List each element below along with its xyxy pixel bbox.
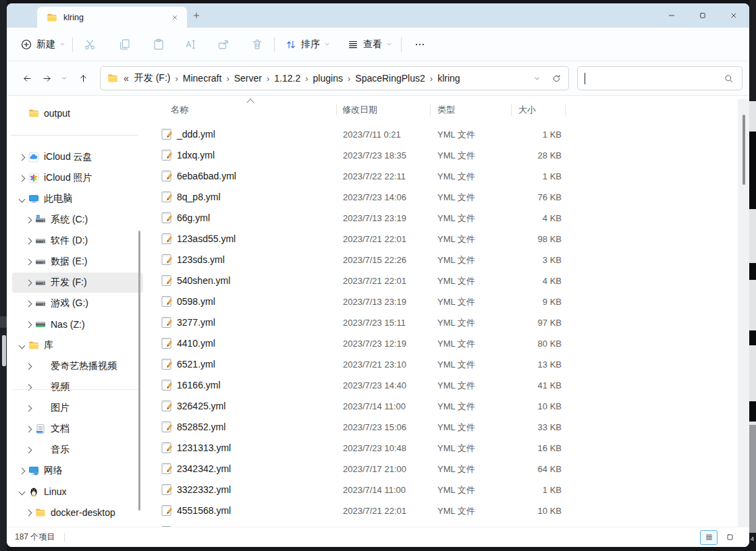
delete-button[interactable] [244, 33, 271, 56]
large-icons-view-toggle[interactable] [721, 530, 738, 545]
file-row[interactable]: 326425.yml 2023/7/14 11:00 YML 文件 10 KB [155, 396, 572, 417]
breadcrumb[interactable]: « 开发 (F:) › Minecraft › Server › 1.12.2 … [100, 66, 569, 90]
column-header-size[interactable]: 大小 [518, 104, 536, 116]
new-tab-button[interactable] [188, 7, 205, 24]
recent-locations-button[interactable] [57, 67, 72, 89]
file-row[interactable]: 852852.yml 2023/7/23 15:06 YML 文件 33 KB [155, 417, 572, 438]
copy-button[interactable] [111, 33, 138, 56]
sidebar-item-drive-c[interactable]: 系统 (C:) [12, 210, 143, 230]
breadcrumb-segment[interactable]: klring [433, 73, 464, 84]
expander-chevron-icon[interactable] [23, 239, 34, 243]
sidebar-item-drive-f[interactable]: 开发 (F:) [12, 272, 143, 293]
file-row[interactable]: _ddd.yml 2023/7/11 0:21 YML 文件 1 KB [155, 124, 572, 145]
file-row[interactable]: 2342342.yml 2023/7/17 21:00 YML 文件 64 KB [155, 459, 572, 480]
sidebar-item-this-pc[interactable]: 此电脑 [12, 189, 143, 209]
sidebar-item-icloud-photos[interactable]: iCloud 照片 [12, 168, 143, 188]
column-divider[interactable] [511, 104, 512, 116]
sidebar-item-linux[interactable]: Linux [12, 482, 143, 502]
column-divider[interactable] [430, 104, 431, 116]
file-row[interactable]: 8q_p8.yml 2023/7/23 14:06 YML 文件 76 KB [155, 187, 572, 208]
file-row[interactable]: 123asd55.yml 2023/7/21 22:01 YML 文件 98 K… [155, 229, 572, 250]
share-button[interactable] [210, 33, 237, 56]
refresh-icon[interactable] [551, 74, 562, 84]
file-row[interactable]: 0598.yml 2023/7/13 23:19 YML 文件 9 KB [155, 291, 572, 312]
expander-chevron-icon[interactable] [23, 281, 34, 285]
sidebar-item-iqiyi-hot-videos[interactable]: 爱奇艺热播视频 [12, 356, 143, 376]
back-button[interactable] [16, 67, 38, 89]
sidebar-item-output[interactable]: output [12, 103, 143, 123]
file-row[interactable]: 540shen.yml 2023/7/21 22:01 YML 文件 4 KB [155, 270, 572, 291]
expander-chevron-icon[interactable] [23, 448, 34, 453]
breadcrumb-segment[interactable]: plugins [309, 73, 347, 84]
expander-chevron-icon[interactable] [16, 343, 27, 348]
file-row[interactable]: 1231313.yml 2023/7/23 10:48 YML 文件 16 KB [155, 438, 572, 459]
sidebar-item-drive-z[interactable]: Nas (Z:) [12, 314, 143, 335]
tab-close-icon[interactable] [168, 11, 182, 24]
breadcrumb-overflow[interactable]: « [124, 73, 129, 84]
sidebar-item-network[interactable]: 网络 [12, 461, 143, 481]
sidebar-item-documents[interactable]: 文档 [12, 419, 143, 439]
expander-chevron-icon[interactable] [23, 511, 34, 515]
sidebar-item-drive-d[interactable]: 软件 (D:) [12, 231, 143, 251]
sort-button[interactable]: 排序 [279, 33, 335, 56]
forward-button[interactable] [36, 67, 57, 89]
new-button[interactable]: 新建 [15, 33, 71, 56]
rename-button[interactable] [178, 33, 205, 56]
address-dropdown-icon[interactable] [533, 75, 541, 82]
column-divider[interactable] [336, 104, 337, 116]
file-row[interactable]: 6660666.yml 2023/7/23 18:45 YML 文件 10 KB [155, 521, 572, 527]
expander-chevron-icon[interactable] [23, 218, 34, 223]
sidebar-item-libraries[interactable]: 库 [12, 335, 143, 355]
sidebar-item-drive-g[interactable]: 游戏 (G:) [12, 293, 143, 314]
breadcrumb-segment[interactable]: Server [230, 73, 266, 84]
sidebar-item-docker-desktop[interactable]: docker-desktop [12, 502, 143, 523]
sidebar-item-drive-e[interactable]: 数据 (E:) [12, 252, 143, 272]
expander-chevron-icon[interactable] [23, 406, 34, 411]
expander-chevron-icon[interactable] [16, 490, 27, 494]
file-row[interactable]: 1dxq.yml 2023/7/23 18:35 YML 文件 28 KB [155, 145, 572, 166]
expander-chevron-icon[interactable] [16, 155, 27, 160]
expander-chevron-icon[interactable] [16, 197, 27, 202]
file-row[interactable]: 66g.yml 2023/7/13 23:19 YML 文件 4 KB [155, 208, 572, 229]
column-divider[interactable] [565, 104, 566, 116]
sidebar-item-videos[interactable]: 视频 [12, 377, 143, 397]
expander-chevron-icon[interactable] [16, 469, 27, 473]
up-button[interactable] [72, 67, 94, 89]
expander-chevron-icon[interactable] [23, 364, 34, 369]
view-button[interactable]: 查看 [342, 33, 398, 56]
file-row[interactable]: 6eba6bad.yml 2023/7/22 22:11 YML 文件 1 KB [155, 166, 572, 187]
search-input[interactable] [578, 67, 720, 90]
breadcrumb-segment[interactable]: SpaceRingPlus2 [351, 73, 429, 84]
sidebar-item-pictures[interactable]: 图片 [12, 398, 143, 418]
expander-chevron-icon[interactable] [23, 322, 34, 327]
file-row[interactable]: 4410.yml 2023/7/23 12:19 YML 文件 80 KB [155, 333, 572, 354]
column-header-date[interactable]: 修改日期 [342, 104, 377, 116]
minimize-button[interactable] [656, 3, 687, 28]
breadcrumb-segment[interactable]: 开发 (F:) [130, 72, 175, 84]
file-row[interactable]: 123sds.yml 2023/7/15 22:26 YML 文件 3 KB [155, 250, 572, 270]
breadcrumb-segment[interactable]: 1.12.2 [270, 73, 304, 84]
file-row[interactable]: 3277.yml 2023/7/23 15:11 YML 文件 97 KB [155, 312, 572, 333]
expander-chevron-icon[interactable] [23, 301, 34, 306]
more-options-button[interactable] [406, 33, 433, 56]
details-view-toggle[interactable] [700, 530, 718, 545]
file-row[interactable]: 3322332.yml 2023/7/14 11:00 YML 文件 1 KB [155, 480, 572, 500]
sidebar-item-music[interactable]: 音乐 [12, 440, 143, 460]
tab-klring[interactable]: klring [37, 7, 187, 28]
column-header-type[interactable]: 类型 [437, 104, 455, 116]
file-row[interactable]: 6521.yml 2023/7/21 23:10 YML 文件 13 KB [155, 354, 572, 375]
maximize-button[interactable] [687, 3, 718, 28]
expander-chevron-icon[interactable] [16, 176, 27, 181]
file-row[interactable]: 16166.yml 2023/7/23 14:40 YML 文件 41 KB [155, 375, 572, 396]
expander-chevron-icon[interactable] [23, 427, 34, 432]
file-row[interactable]: 4551568.yml 2023/7/21 22:01 YML 文件 10 KB [155, 500, 572, 521]
close-button[interactable] [718, 3, 749, 28]
cut-button[interactable] [76, 33, 103, 56]
paste-button[interactable] [145, 33, 172, 56]
sidebar-item-icloud-drive[interactable]: iCloud 云盘 [12, 147, 143, 167]
scrollbar-thumb[interactable] [742, 115, 745, 185]
breadcrumb-segment[interactable]: Minecraft [179, 73, 226, 84]
expander-chevron-icon[interactable] [23, 260, 34, 264]
sidebar-scrollbar-thumb[interactable] [138, 231, 140, 511]
column-header-name[interactable]: 名称 [171, 104, 188, 116]
